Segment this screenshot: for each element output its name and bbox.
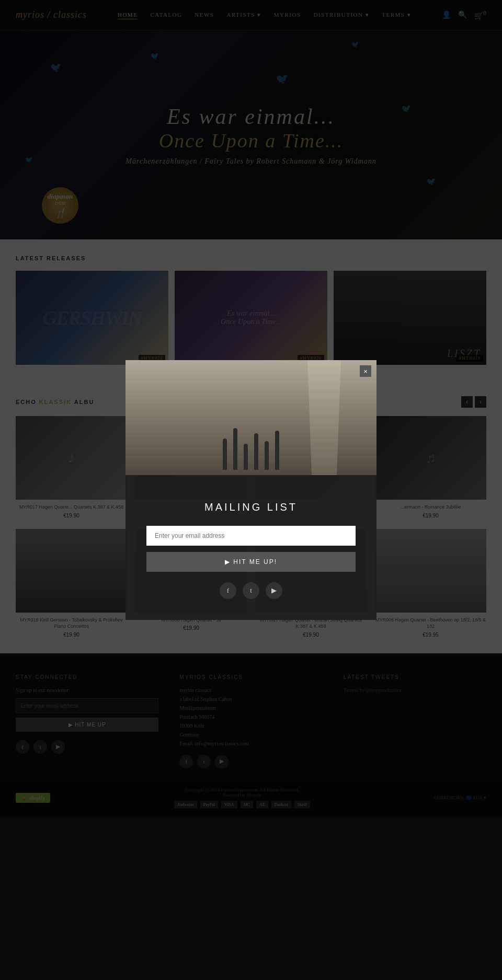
mailing-list-modal-overlay[interactable]: × MAILING LIST ▶ HIT ME UP! [0,0,502,817]
orchestra-silhouettes [223,428,279,470]
modal-close-button[interactable]: × [360,365,371,377]
silhouette-3 [244,444,248,470]
modal-hit-me-up-button[interactable]: ▶ HIT ME UP! [146,552,356,572]
modal-youtube-icon[interactable]: ▶ [266,582,282,599]
silhouette-4 [254,433,258,470]
window-light [303,360,345,475]
modal-inner: MAILING LIST ▶ HIT ME UP! f t ▶ [126,475,376,620]
mailing-list-modal: × MAILING LIST ▶ HIT ME UP! [126,360,376,620]
silhouette-6 [275,431,279,470]
modal-twitter-icon[interactable]: t [243,582,259,599]
modal-facebook-icon[interactable]: f [220,582,236,599]
modal-title: MAILING LIST [146,501,356,513]
modal-orchestra-photo [126,360,376,475]
silhouette-1 [223,439,227,470]
modal-email-input[interactable] [146,526,356,546]
silhouette-2 [233,428,237,470]
orchestra-bg [126,360,376,475]
silhouette-5 [265,441,269,470]
modal-social-icons: f t ▶ [146,582,356,599]
